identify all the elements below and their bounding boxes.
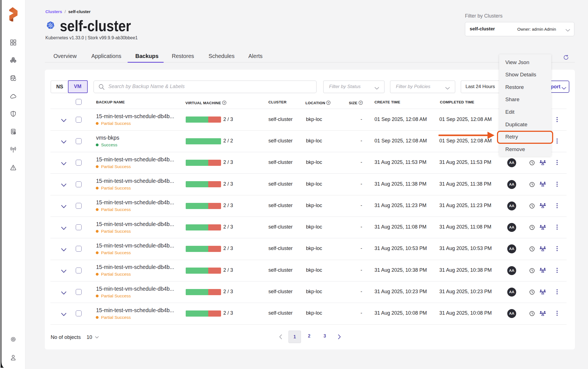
svg-text:?: ? [360,101,361,104]
svg-text:?: ? [328,101,329,104]
svg-text:?: ? [223,101,225,104]
